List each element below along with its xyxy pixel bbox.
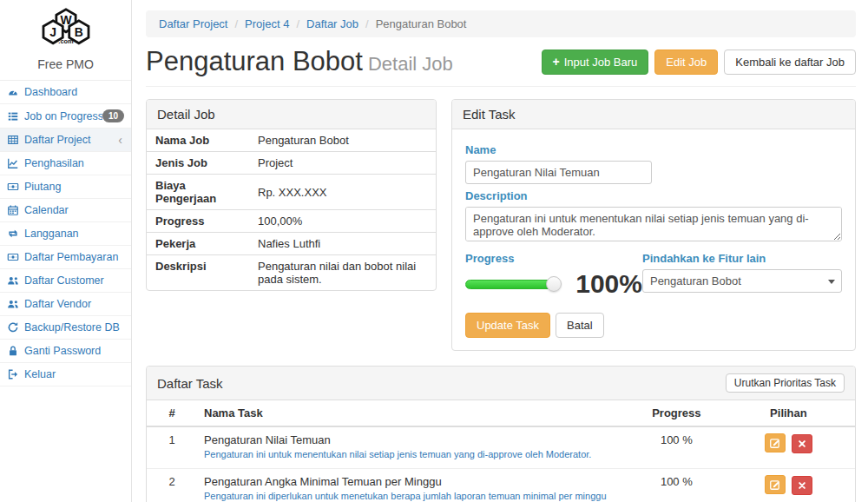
logo[interactable]: W J B .com Free PMO xyxy=(0,0,131,80)
progress-slider-handle[interactable] xyxy=(546,276,562,292)
task-description: Pengaturan ini diperlukan untuk menetuka… xyxy=(204,490,624,502)
breadcrumb-daftar-job[interactable]: Daftar Job xyxy=(306,17,358,30)
progress-percent-value: 100% xyxy=(575,269,642,299)
sidebar-item-daftar-customer[interactable]: Daftar Customer xyxy=(0,269,131,293)
jwb-logo-icon: W J B .com xyxy=(29,7,103,52)
money-icon xyxy=(7,181,19,193)
lock-icon xyxy=(7,345,19,357)
sidebar-item-piutang[interactable]: Piutang xyxy=(0,175,131,199)
task-progress: 100 % xyxy=(631,468,722,502)
delete-task-button[interactable] xyxy=(792,476,812,495)
task-name: Pengaturan Nilai Temuan xyxy=(204,433,624,446)
task-name-input[interactable] xyxy=(465,161,652,184)
page-title: Pengaturan BobotDetail Job xyxy=(146,46,453,77)
svg-text:W: W xyxy=(60,13,72,27)
delete-x-icon xyxy=(797,439,807,449)
description-label: Description xyxy=(465,189,842,202)
batal-button[interactable]: Batal xyxy=(556,313,604,338)
table-row: 2 Pengaturan Angka Minimal Temuan per Mi… xyxy=(147,468,855,502)
delete-task-button[interactable] xyxy=(792,434,812,453)
svg-text:B: B xyxy=(74,25,82,39)
sidebar-item-daftar-pembayaran[interactable]: Daftar Pembayaran xyxy=(0,246,131,269)
task-progress: 100 % xyxy=(631,426,722,468)
svg-text:J: J xyxy=(49,25,56,39)
sidebar: W J B .com Free PMO Dashboard Job on Pro… xyxy=(0,0,132,502)
calendar-icon xyxy=(7,204,19,216)
detail-job-table: Nama Job Pengaturan Bobot Jenis Job Proj… xyxy=(147,129,436,290)
table-row: Nama Job Pengaturan Bobot xyxy=(147,129,436,152)
task-table: # Nama Task Progress Pilihan 1 Pengatura… xyxy=(147,400,855,502)
table-row: 1 Pengaturan Nilai Temuan Pengaturan ini… xyxy=(147,426,855,468)
sidebar-item-ganti-password[interactable]: Ganti Password xyxy=(0,340,131,363)
sidebar-item-daftar-project[interactable]: Daftar Project ‹ xyxy=(0,129,131,152)
update-task-button[interactable]: Update Task xyxy=(465,313,550,338)
move-feature-label: Pindahkan ke Fitur lain xyxy=(642,252,842,265)
header-buttons: + Input Job Baru Edit Job Kembali ke daf… xyxy=(542,50,856,75)
users-icon xyxy=(7,274,19,287)
caret-down-icon xyxy=(828,280,835,284)
urutkan-prioritas-task-button-top[interactable]: Urutkan Prioritas Task xyxy=(726,373,845,393)
edit-task-button[interactable] xyxy=(765,475,786,494)
detail-job-panel: Detail Job Nama Job Pengaturan Bobot Jen… xyxy=(146,99,437,291)
move-feature-select[interactable]: Pengaturan Bobot xyxy=(642,269,842,293)
sidebar-item-job-on-progress[interactable]: Job on Progress 10 xyxy=(0,104,131,129)
sidebar-item-backup-restore-db[interactable]: Backup/Restore DB xyxy=(0,316,131,340)
name-label: Name xyxy=(465,143,842,156)
breadcrumb-daftar-project[interactable]: Daftar Project xyxy=(159,17,227,30)
plus-icon: + xyxy=(553,57,560,66)
table-row: Pekerja Nafies Luthfi xyxy=(147,233,436,255)
progress-slider-fill xyxy=(466,281,559,288)
pencil-icon xyxy=(769,437,781,449)
list-icon xyxy=(7,110,19,122)
repeat-icon xyxy=(7,228,19,240)
users-icon xyxy=(7,298,19,310)
breadcrumb-project-4[interactable]: Project 4 xyxy=(245,17,289,30)
svg-text:.com: .com xyxy=(58,37,74,45)
sidebar-nav: Dashboard Job on Progress 10 Daftar Proj… xyxy=(0,80,131,386)
task-table-header: # Nama Task Progress Pilihan xyxy=(147,400,855,426)
sidebar-item-daftar-vendor[interactable]: Daftar Vendor xyxy=(0,293,131,316)
edit-job-button[interactable]: Edit Job xyxy=(654,50,718,75)
sidebar-item-keluar[interactable]: Keluar xyxy=(0,363,131,386)
kembali-ke-daftar-job-button[interactable]: Kembali ke daftar Job xyxy=(724,50,856,75)
task-name: Pengaturan Angka Minimal Temuan per Ming… xyxy=(204,475,624,488)
app-window: W J B .com Free PMO Dashboard Job on Pro… xyxy=(0,0,868,502)
daftar-task-panel-title: Daftar Task xyxy=(157,376,223,391)
brand-name: Free PMO xyxy=(0,57,131,71)
money-icon xyxy=(7,251,19,263)
breadcrumb-current: Pengaturan Bobot xyxy=(358,17,466,30)
main-content: Daftar Project Project 4 Daftar Job Peng… xyxy=(132,0,868,502)
sign-out-icon xyxy=(7,368,19,380)
refresh-icon xyxy=(7,321,19,334)
table-row: Biaya Pengerjaan Rp. XXX.XXX xyxy=(147,175,436,210)
dashboard-icon xyxy=(7,86,19,98)
breadcrumb: Daftar Project Project 4 Daftar Job Peng… xyxy=(146,10,856,37)
page-header: Pengaturan BobotDetail Job + Input Job B… xyxy=(146,46,856,87)
sidebar-item-penghasilan[interactable]: Penghasilan xyxy=(0,152,131,175)
page-subtitle: Detail Job xyxy=(368,53,453,75)
table-icon xyxy=(7,134,19,146)
edit-task-button[interactable] xyxy=(765,433,786,452)
table-row: Deskripsi Pengaturan nilai dan bobot nil… xyxy=(147,255,436,291)
sidebar-item-calendar[interactable]: Calendar xyxy=(0,199,131,222)
pencil-icon xyxy=(769,479,781,491)
line-chart-icon xyxy=(7,157,19,169)
task-description-textarea[interactable]: Pengaturan ini untuk menentukan nilai se… xyxy=(465,207,842,241)
job-count-badge: 10 xyxy=(102,109,124,122)
edit-task-panel: Edit Task Name Description Pengaturan in… xyxy=(451,99,856,351)
detail-job-panel-title: Detail Job xyxy=(147,100,436,129)
table-row: Jenis Job Project xyxy=(147,152,436,175)
sidebar-item-dashboard[interactable]: Dashboard xyxy=(0,81,131,104)
chevron-left-icon: ‹ xyxy=(118,135,124,144)
daftar-task-panel: Daftar Task Urutkan Prioritas Task # Nam… xyxy=(146,366,856,502)
progress-slider[interactable] xyxy=(465,280,560,289)
edit-task-panel-title: Edit Task xyxy=(452,100,855,129)
task-description: Pengaturan ini untuk menentukan nilai se… xyxy=(204,448,624,462)
table-row: Progress 100,00% xyxy=(147,210,436,233)
progress-label: Progress xyxy=(465,252,642,265)
input-job-baru-button[interactable]: + Input Job Baru xyxy=(542,50,649,75)
sidebar-item-langganan[interactable]: Langganan xyxy=(0,222,131,246)
delete-x-icon xyxy=(797,480,807,491)
